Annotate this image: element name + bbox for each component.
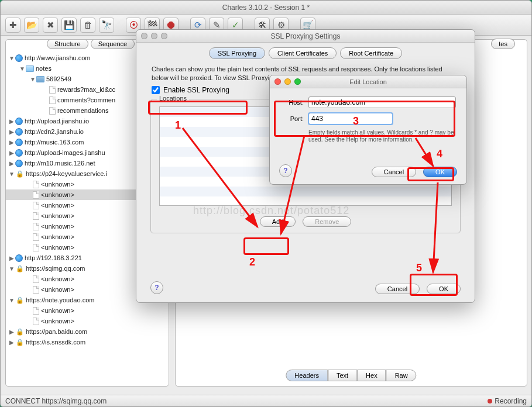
app-title: Charles 3.10.2 - Session 1 *	[1, 1, 531, 15]
tool-find-icon[interactable]: 🔭	[99, 18, 114, 33]
seg-raw[interactable]: Raw	[386, 370, 417, 381]
file-icon	[33, 191, 39, 199]
seg-headers[interactable]: Headers	[286, 370, 328, 381]
file-icon	[33, 233, 39, 241]
traffic-close-icon[interactable]	[141, 33, 147, 39]
globe-icon	[15, 128, 23, 136]
tree-item[interactable]: rewards?max_id&cc	[57, 86, 115, 93]
lock-icon	[15, 327, 24, 336]
file-icon	[33, 286, 39, 294]
globe-icon	[15, 139, 23, 146]
file-icon	[33, 275, 39, 283]
file-icon	[33, 307, 39, 315]
tree-item[interactable]: <unknown>	[41, 191, 74, 198]
tree-host[interactable]: http://music.163.com	[25, 139, 84, 146]
enable-ssl-label: Enable SSL Proxying	[163, 86, 229, 94]
tree-item[interactable]: <unknown>	[41, 212, 74, 219]
tab-structure[interactable]: Structure	[47, 39, 88, 49]
lock-icon	[15, 338, 24, 347]
help-button[interactable]: ?	[279, 164, 292, 177]
tool-new-icon[interactable]: ✚	[5, 18, 20, 33]
tree-host[interactable]: https://sqimg.qq.com	[26, 265, 85, 272]
dtab-root-cert[interactable]: Root Certificate	[340, 47, 402, 59]
tool-close-icon[interactable]: ✖	[43, 18, 58, 33]
tool-trash-icon[interactable]: 🗑	[80, 18, 95, 33]
globe-icon	[15, 254, 23, 262]
tree-host[interactable]: https://p24-keyvalueservice.i	[26, 170, 107, 177]
traffic-close-icon[interactable]	[274, 78, 281, 85]
file-icon	[49, 96, 56, 104]
traffic-max-icon[interactable]	[294, 78, 301, 85]
statusbar: CONNECT https://sqimg.qq.com Recording	[1, 395, 531, 406]
dialog-title: SSL Proxying Settings	[136, 30, 475, 43]
tree-item[interactable]: <unknown>	[41, 318, 74, 325]
tree-item[interactable]: <unknown>	[41, 233, 74, 240]
dtab-ssl-proxying[interactable]: SSL Proxying	[209, 47, 265, 59]
file-icon	[33, 244, 39, 251]
tree-item[interactable]: <unknown>	[41, 244, 74, 251]
status-left: CONNECT https://sqimg.qq.com	[5, 397, 107, 405]
tree-host[interactable]: https://is.snssdk.com	[26, 339, 85, 346]
record-dot-icon	[488, 399, 492, 403]
traffic-min-icon[interactable]	[151, 33, 157, 39]
tool-save-icon[interactable]: 💾	[61, 18, 77, 33]
tree-item[interactable]: <unknown>	[41, 307, 74, 314]
lock-icon	[15, 170, 24, 178]
hint-text: Empty fields match all values. Wildcards…	[280, 129, 456, 143]
remove-button: Remove	[303, 216, 351, 227]
enable-ssl-input[interactable]	[152, 86, 160, 94]
globe-icon	[15, 54, 23, 62]
tree-item[interactable]: <unknown>	[41, 181, 74, 188]
tree-folder[interactable]: 5692549	[46, 75, 71, 82]
port-field[interactable]	[308, 113, 393, 125]
enable-ssl-checkbox[interactable]: Enable SSL Proxying	[152, 86, 229, 94]
file-icon	[49, 86, 56, 94]
tab-notes[interactable]: tes	[491, 39, 515, 49]
watermark-text: http://blog.csdn.net/potato512	[193, 205, 349, 217]
cancel-button[interactable]: Cancel	[372, 167, 416, 177]
file-icon	[33, 212, 39, 220]
tool-open-icon[interactable]: 📂	[24, 18, 39, 33]
status-right: Recording	[495, 397, 527, 405]
tree-item[interactable]: <unknown>	[41, 223, 74, 230]
port-label: Port:	[280, 115, 304, 122]
folder-icon	[26, 65, 34, 72]
lock-icon	[15, 296, 24, 305]
tree-host[interactable]: http://www.jianshu.com	[25, 54, 91, 61]
tree-item[interactable]: <unknown>	[41, 286, 74, 293]
tree-host[interactable]: http://upload.jianshu.io	[25, 118, 89, 125]
traffic-min-icon[interactable]	[284, 78, 291, 85]
globe-icon	[15, 149, 23, 157]
tree-host[interactable]: https://note.youdao.com	[26, 296, 94, 303]
host-label: Host:	[280, 99, 304, 106]
folder-icon	[36, 76, 44, 82]
tree-host[interactable]: http://cdn2.jianshu.io	[25, 128, 84, 135]
tab-sequence[interactable]: Sequence	[91, 39, 135, 49]
seg-text[interactable]: Text	[328, 370, 357, 381]
add-button[interactable]: Add	[260, 216, 296, 227]
ok-button[interactable]: OK	[427, 284, 461, 294]
tree-host[interactable]: http://upload-images.jianshu	[25, 149, 105, 156]
dtab-client-certs[interactable]: Client Certificates	[269, 47, 337, 59]
ok-button[interactable]: OK	[423, 167, 457, 177]
tree-item[interactable]: <unknown>	[41, 202, 74, 209]
edit-location-dialog: Edit Location Host: Port: Empty fields m…	[269, 75, 467, 185]
file-icon	[49, 107, 56, 115]
file-icon	[33, 318, 39, 325]
tree-host[interactable]: http://192.168.3.221	[25, 254, 82, 261]
tree-item[interactable]: <unknown>	[41, 275, 74, 282]
tree-item[interactable]: recommendations	[57, 107, 108, 114]
tree-folder[interactable]: notes	[36, 65, 52, 72]
file-icon	[33, 181, 39, 188]
tree-host[interactable]: http://m10.music.126.net	[25, 160, 95, 167]
host-field[interactable]	[308, 96, 456, 108]
tree-host[interactable]: https://pan.baidu.com	[26, 328, 87, 335]
cancel-button[interactable]: Cancel	[375, 284, 420, 294]
file-icon	[33, 202, 39, 209]
view-segment: Headers Text Hex Raw	[286, 370, 416, 381]
globe-icon	[15, 118, 23, 125]
help-button[interactable]: ?	[150, 281, 163, 294]
tree-item[interactable]: comments?commen	[57, 96, 115, 104]
traffic-max-icon[interactable]	[161, 33, 167, 39]
seg-hex[interactable]: Hex	[357, 370, 386, 381]
